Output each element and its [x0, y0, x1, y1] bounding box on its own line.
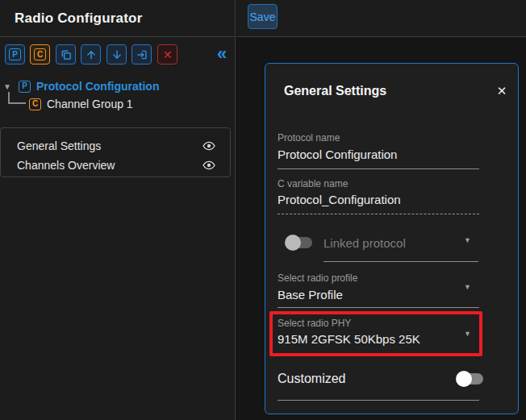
chevron-down-icon[interactable]: ▼: [464, 330, 471, 338]
protocol-badge-icon: P: [19, 81, 31, 93]
arrow-down-icon: [111, 49, 123, 60]
delete-button[interactable]: ✕: [157, 44, 177, 64]
customized-label: Customized: [278, 372, 345, 386]
section-list: General Settings Channels Overview: [0, 127, 231, 177]
tree-item-channel-group[interactable]: C Channel Group 1: [29, 98, 133, 110]
customized-toggle[interactable]: [456, 371, 485, 387]
delete-x-icon: ✕: [163, 49, 173, 60]
linked-protocol-label: Linked protocol: [324, 236, 406, 250]
toggle-knob: [456, 371, 472, 387]
app-title: Radio Configurator: [15, 10, 142, 27]
chevron-down-icon[interactable]: ▼: [464, 236, 471, 244]
save-button[interactable]: Save: [248, 4, 278, 29]
general-settings-dialog: General Settings ✕ Protocol name Protoco…: [265, 63, 519, 414]
protocol-name-label: Protocol name: [278, 132, 340, 143]
input-underline-dashed: [278, 214, 479, 214]
add-channel-group-button[interactable]: C: [30, 44, 50, 64]
dialog-title: General Settings: [284, 84, 386, 98]
input-underline: [278, 307, 479, 308]
left-panel: Radio Configurator P C ✕ « ▼ P: [0, 0, 236, 420]
radio-phy-select[interactable]: 915M 2GFSK 50Kbps 25K: [278, 332, 420, 346]
c-variable-name-label: C variable name: [278, 178, 348, 189]
section-label: General Settings: [17, 139, 202, 152]
close-x-icon: ✕: [497, 84, 507, 98]
section-label: Channels Overview: [17, 159, 202, 172]
protocol-name-input[interactable]: Protocol Configuration: [278, 148, 397, 161]
channel-group-badge-icon: C: [29, 98, 41, 110]
input-underline: [278, 400, 479, 401]
channel-group-badge-icon: C: [34, 48, 46, 60]
tree-item-label: Protocol Configuration: [36, 80, 159, 93]
radio-profile-select[interactable]: Base Profile: [278, 288, 343, 301]
c-variable-name-input: Protocol_Configuration: [278, 193, 401, 206]
move-up-button[interactable]: [81, 44, 101, 64]
collapse-panel-button[interactable]: «: [210, 43, 234, 65]
tree-item-label: Channel Group 1: [47, 98, 133, 110]
chevron-down-icon[interactable]: ▼: [464, 283, 471, 291]
move-down-button[interactable]: [106, 44, 127, 64]
close-button[interactable]: ✕: [494, 83, 510, 99]
tree-item-protocol[interactable]: ▼ P Protocol Configuration: [3, 80, 159, 93]
top-bar: Save: [236, 0, 526, 37]
duplicate-button[interactable]: [56, 44, 76, 64]
protocol-badge-icon: P: [9, 48, 21, 60]
toggle-knob: [285, 235, 301, 251]
arrow-up-icon: [86, 49, 97, 60]
left-header: Radio Configurator: [0, 0, 235, 37]
copy-icon: [61, 49, 72, 60]
add-protocol-button[interactable]: P: [5, 44, 25, 64]
input-underline: [324, 261, 478, 262]
visibility-eye-icon[interactable]: [202, 139, 215, 152]
radio-phy-label: Select radio PHY: [278, 318, 351, 329]
section-row-channels-overview[interactable]: Channels Overview: [1, 155, 230, 176]
input-underline: [278, 168, 479, 169]
visibility-eye-icon[interactable]: [202, 159, 215, 172]
import-button[interactable]: [132, 44, 152, 64]
tree-connector-line: [8, 92, 26, 104]
radio-profile-label: Select radio profile: [278, 272, 357, 284]
expander-triangle-icon[interactable]: ▼: [3, 82, 13, 91]
chevron-double-left-icon: «: [217, 44, 227, 64]
linked-protocol-toggle[interactable]: [285, 235, 314, 251]
import-icon: [136, 49, 148, 60]
section-row-general-settings[interactable]: General Settings: [1, 135, 230, 156]
